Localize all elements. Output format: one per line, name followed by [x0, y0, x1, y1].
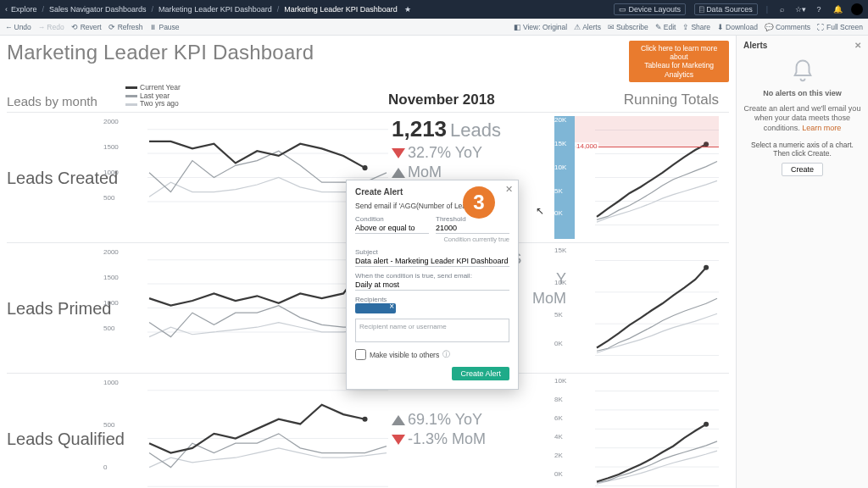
redo-button[interactable]: → Redo: [38, 23, 64, 31]
subject-input[interactable]: [355, 256, 509, 267]
close-alerts-panel-icon[interactable]: ✕: [854, 41, 861, 50]
chart-qualified-running[interactable]: 10K8K6K4K2K0K JFMAMJJASOND: [575, 377, 719, 488]
learn-more-link[interactable]: Learn more: [802, 124, 841, 132]
chart-primed-running[interactable]: 15K10K5K0K: [575, 247, 719, 369]
download-button[interactable]: ⬇ Download: [717, 23, 758, 31]
info-icon: ⓘ: [442, 350, 450, 360]
alerts-panel: Alerts ✕ No alerts on this view Create a…: [736, 36, 868, 488]
subscribe-button[interactable]: ✉ Subscribe: [608, 23, 648, 31]
triangle-down-icon: [392, 148, 405, 158]
series-legend: Current Year Last year Two yrs ago: [125, 84, 388, 108]
pause-button[interactable]: ⏸Pause: [149, 23, 179, 31]
threshold-label: 14,000: [575, 142, 598, 150]
chart-qualified-monthly[interactable]: 10005000 JFMAMJJASOND: [125, 377, 388, 488]
condition-select[interactable]: Above or equal to: [355, 223, 429, 234]
visible-to-others-checkbox[interactable]: Make visible to others ⓘ: [355, 349, 509, 360]
promo-banner[interactable]: Click here to learn more aboutTableau fo…: [629, 41, 729, 82]
cursor-icon: ↖: [536, 205, 544, 217]
favorite-star-icon[interactable]: ★: [404, 5, 411, 14]
alerts-panel-title: No alerts on this view: [763, 89, 842, 97]
edit-button[interactable]: ✎ Edit: [655, 23, 676, 31]
user-avatar[interactable]: [851, 3, 863, 15]
undo-button[interactable]: ← Undo: [5, 23, 31, 31]
selected-month: November 2018: [388, 92, 575, 108]
condition-hint: Condition currently true: [355, 236, 509, 243]
alerts-panel-header: Alerts: [743, 41, 767, 50]
tutorial-step-badge: 3: [463, 186, 495, 219]
dashboard-title: Marketing Leader KPI Dashboard: [7, 41, 314, 64]
selected-axis[interactable]: [554, 116, 575, 239]
create-alert-modal: ✕ Create Alert Send email if 'AGG(Number…: [346, 180, 519, 390]
close-modal-icon[interactable]: ✕: [505, 184, 513, 195]
condition-label: Condition: [355, 215, 429, 223]
triangle-up-icon: [392, 168, 405, 178]
view-selector[interactable]: ◧ View: Original: [514, 23, 567, 31]
row-leads-qualified: Leads Qualified 10005000 JFMAMJJASOND 69…: [7, 373, 729, 488]
svg-point-4: [362, 165, 367, 170]
crumb-1[interactable]: Sales Navigator Dashboards: [49, 5, 147, 14]
favorites-dropdown-icon[interactable]: ☆▾: [795, 4, 805, 14]
comments-button[interactable]: 💬 Comments: [765, 23, 810, 31]
device-layouts-button[interactable]: ▭ Device Layouts: [614, 3, 687, 15]
frequency-select[interactable]: Daily at most: [355, 280, 509, 291]
recipient-chip[interactable]: [355, 303, 396, 313]
create-alert-submit-button[interactable]: Create Alert: [452, 367, 509, 380]
notifications-bell-icon[interactable]: 🔔: [832, 4, 843, 14]
running-totals-title: Running Totals: [575, 92, 719, 108]
revert-button[interactable]: ⟲Revert: [71, 23, 102, 31]
subject-label: Subject: [355, 248, 509, 256]
nav-back-icon[interactable]: ‹: [5, 5, 8, 14]
frequency-label: When the condition is true, send email:: [355, 272, 509, 280]
recipients-label: Recipients: [355, 296, 509, 303]
threshold-input[interactable]: [436, 223, 509, 234]
create-alert-panel-button[interactable]: Create: [782, 163, 823, 176]
crumb-2[interactable]: Marketing Leader KPI Dashboard: [159, 5, 272, 14]
full-screen-button[interactable]: ⛶ Full Screen: [817, 23, 863, 31]
toolbar: ← Undo → Redo ⟲Revert ⟳Refresh ⏸Pause ◧ …: [0, 19, 868, 36]
row-label-qualified: Leads Qualified: [7, 430, 125, 448]
bell-icon: [790, 58, 815, 84]
svg-point-20: [704, 265, 709, 270]
crumb-3: Marketing Leader KPI Dashboard: [284, 5, 398, 14]
alerts-panel-instruction: Select a numeric axis of a chart. Then c…: [743, 141, 861, 158]
top-nav: ‹ Explore/ Sales Navigator Dashboards/ M…: [0, 0, 868, 19]
svg-point-24: [362, 417, 367, 422]
recipient-input[interactable]: Recipient name or username: [355, 319, 509, 342]
kpi-qualified: 69.1% YoY -1.3% MoM: [388, 377, 575, 488]
chart-created-running[interactable]: 20K15K10K5K0K 14,000: [575, 116, 719, 239]
triangle-up-icon: [392, 415, 405, 425]
refresh-button[interactable]: ⟳Refresh: [108, 23, 143, 31]
leads-by-month-title: Leads by month: [7, 94, 125, 108]
data-sources-button[interactable]: ⌸ Data Sources: [694, 3, 758, 15]
breadcrumb: ‹ Explore/ Sales Navigator Dashboards/ M…: [5, 5, 411, 14]
svg-point-31: [704, 422, 709, 427]
triangle-down-icon: [392, 435, 405, 445]
share-button[interactable]: ⇪ Share: [682, 23, 710, 31]
crumb-0[interactable]: Explore: [11, 5, 37, 14]
help-icon[interactable]: ?: [814, 4, 824, 14]
alerts-button[interactable]: ⚠ Alerts: [574, 23, 601, 31]
search-icon[interactable]: ⌕: [776, 4, 787, 14]
